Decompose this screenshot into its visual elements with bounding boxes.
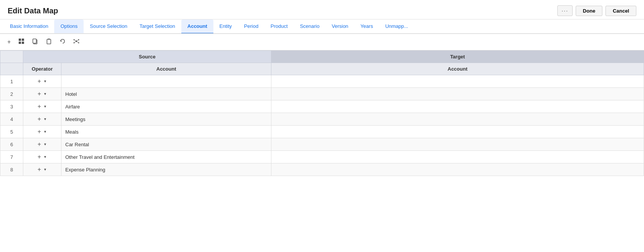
tab-period[interactable]: Period	[238, 19, 265, 34]
target-account-cell[interactable]	[271, 126, 644, 138]
operator-header: Operator	[23, 63, 61, 75]
target-account-cell[interactable]	[271, 88, 644, 100]
row-num-header	[0, 63, 23, 75]
operator-dropdown[interactable]: ▼	[44, 155, 47, 159]
tab-version[interactable]: Version	[326, 19, 354, 34]
operator-dropdown[interactable]: ▼	[44, 117, 47, 121]
source-account-cell[interactable]: Car Rental	[61, 138, 271, 151]
header-actions: ··· Done Cancel	[557, 5, 636, 16]
operator-dropdown[interactable]: ▼	[44, 130, 47, 134]
operator-cell[interactable]: +▼	[23, 113, 61, 126]
table-row: 5+▼Meals	[0, 126, 644, 138]
operator-cell[interactable]: +▼	[23, 88, 61, 100]
tab-basic-information[interactable]: Basic Information	[4, 19, 54, 34]
network-button[interactable]	[71, 37, 81, 47]
operator-cell[interactable]: +▼	[23, 126, 61, 138]
source-account-cell[interactable]: Expense Planning	[61, 163, 271, 176]
row-number: 2	[0, 88, 23, 100]
operator-cell[interactable]: +▼	[23, 100, 61, 113]
tab-bar: Basic InformationOptionsSource Selection…	[0, 19, 644, 34]
data-table-container: Source Target Operator Account Account 1…	[0, 50, 644, 176]
operator-cell[interactable]: +▼	[23, 163, 61, 176]
target-account-cell[interactable]	[271, 75, 644, 88]
cancel-button[interactable]: Cancel	[605, 6, 636, 16]
tab-account[interactable]: Account	[181, 19, 213, 34]
operator-cell[interactable]: +▼	[23, 151, 61, 163]
source-account-cell[interactable]: Meals	[61, 126, 271, 138]
operator-plus[interactable]: +	[37, 153, 41, 160]
operator-dropdown[interactable]: ▼	[44, 92, 47, 96]
operator-plus[interactable]: +	[37, 128, 41, 135]
target-account-cell[interactable]	[271, 100, 644, 113]
svg-line-12	[74, 40, 76, 41]
svg-rect-0	[19, 39, 21, 41]
svg-rect-3	[22, 42, 24, 44]
operator-cell[interactable]: +▼	[23, 138, 61, 151]
svg-rect-5	[33, 39, 36, 43]
tab-entity[interactable]: Entity	[213, 19, 238, 34]
tab-source-selection[interactable]: Source Selection	[84, 19, 133, 34]
table-row: 3+▼Airfare	[0, 100, 644, 113]
toolbar: +	[0, 34, 644, 50]
tab-years[interactable]: Years	[354, 19, 379, 34]
svg-line-15	[76, 41, 79, 43]
svg-rect-6	[47, 39, 51, 44]
operator-dropdown[interactable]: ▼	[44, 168, 47, 171]
add-row-button[interactable]: +	[5, 37, 13, 47]
source-account-cell[interactable]: Other Travel and Entertainment	[61, 151, 271, 163]
row-number: 7	[0, 151, 23, 163]
target-account-cell[interactable]	[271, 113, 644, 126]
undo-button[interactable]	[58, 37, 68, 47]
table-row: 8+▼Expense Planning	[0, 163, 644, 176]
operator-plus[interactable]: +	[37, 90, 41, 97]
operator-dropdown[interactable]: ▼	[44, 79, 47, 83]
row-number: 5	[0, 126, 23, 138]
tab-options[interactable]: Options	[54, 19, 84, 34]
source-account-cell[interactable]: Airfare	[61, 100, 271, 113]
svg-line-14	[74, 41, 76, 43]
done-button[interactable]: Done	[576, 6, 603, 16]
table-row: 2+▼Hotel	[0, 88, 644, 100]
more-button[interactable]: ···	[557, 5, 573, 16]
row-number: 8	[0, 163, 23, 176]
page-title: Edit Data Map	[8, 6, 58, 15]
operator-plus[interactable]: +	[37, 78, 41, 85]
target-account-cell[interactable]	[271, 163, 644, 176]
paste-button[interactable]	[44, 37, 54, 47]
row-number: 6	[0, 138, 23, 151]
grid-button[interactable]	[16, 37, 26, 47]
source-account-header: Account	[61, 63, 271, 75]
operator-plus[interactable]: +	[37, 141, 41, 148]
source-group-header: Source	[23, 51, 271, 63]
operator-plus[interactable]: +	[37, 116, 41, 123]
blank-header	[0, 51, 23, 63]
target-account-cell[interactable]	[271, 151, 644, 163]
copy-button[interactable]	[30, 37, 40, 47]
row-number: 4	[0, 113, 23, 126]
table-row: 6+▼Car Rental	[0, 138, 644, 151]
row-number: 1	[0, 75, 23, 88]
tab-scenario[interactable]: Scenario	[294, 19, 326, 34]
tab-target-selection[interactable]: Target Selection	[134, 19, 181, 34]
operator-cell[interactable]: +▼	[23, 75, 61, 88]
tab-product[interactable]: Product	[265, 19, 294, 34]
data-table: Source Target Operator Account Account 1…	[0, 50, 644, 176]
row-number: 3	[0, 100, 23, 113]
tab-unmapped[interactable]: Unmapp...	[379, 19, 414, 34]
operator-dropdown[interactable]: ▼	[44, 105, 47, 108]
source-account-cell[interactable]: Hotel	[61, 88, 271, 100]
source-account-cell[interactable]	[61, 75, 271, 88]
operator-plus[interactable]: +	[37, 166, 41, 173]
table-row: 1+▼	[0, 75, 644, 88]
svg-line-13	[76, 40, 79, 41]
target-group-header: Target	[271, 51, 644, 63]
operator-dropdown[interactable]: ▼	[44, 142, 47, 146]
svg-rect-1	[22, 39, 24, 41]
target-account-cell[interactable]	[271, 138, 644, 151]
table-row: 4+▼Meetings	[0, 113, 644, 126]
source-account-cell[interactable]: Meetings	[61, 113, 271, 126]
operator-plus[interactable]: +	[37, 103, 41, 110]
svg-rect-2	[19, 42, 21, 44]
table-row: 7+▼Other Travel and Entertainment	[0, 151, 644, 163]
target-account-header: Account	[271, 63, 644, 75]
